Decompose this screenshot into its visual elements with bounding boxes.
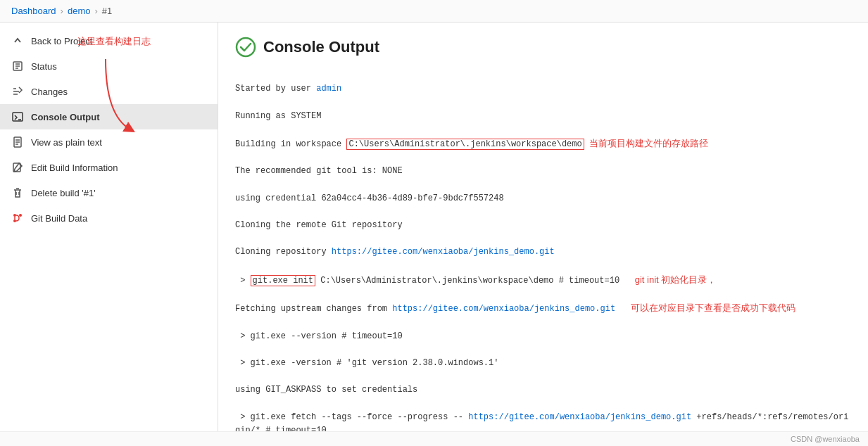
console-line-10: > git.exe -version # 'git version 2.38.0… (235, 357, 851, 370)
sidebar-item-changes[interactable]: Changes (0, 79, 218, 104)
console-line-3: Building in workspace C:\Users\Administr… (235, 136, 851, 151)
footer-text: CSDN @wenxiaoba (791, 435, 860, 443)
page-title: Console Output (263, 38, 379, 56)
sidebar-label-view-plain: View as plain text (31, 137, 102, 148)
sidebar: 这里查看构建日志 Back to Project (0, 23, 218, 431)
console-line-9: > git.exe --version # timeout=10 (235, 330, 851, 343)
changes-icon (11, 85, 24, 98)
sidebar-item-back-to-project[interactable]: Back to Project (0, 28, 218, 53)
console-line-4: The recommended git tool is: NONE (235, 165, 851, 178)
console-icon (11, 110, 24, 123)
breadcrumb-dashboard[interactable]: Dashboard (11, 6, 56, 16)
sidebar-item-view-plain-text[interactable]: View as plain text (0, 129, 218, 155)
sidebar-label-git: Git Build Data (31, 213, 87, 224)
annotation-workspace: 当前项目构建文件的存放路径 (589, 138, 708, 148)
breadcrumb-demo[interactable]: demo (68, 6, 91, 16)
console-line-8: > git.exe init C:\Users\Administrator\.j… (235, 273, 851, 288)
git-icon (11, 212, 24, 224)
gitee-link-2[interactable]: https://gitee.com/wenxiaoba/jenkins_demo… (392, 304, 615, 314)
status-icon (11, 60, 24, 72)
annotation-git-init: git init 初始化目录， (635, 274, 717, 285)
svg-point-15 (13, 219, 16, 222)
console-line-11: using GIT_ASKPASS to set credentials (235, 383, 851, 397)
footer: CSDN @wenxiaoba (0, 431, 868, 446)
console-line-8b: Fetching upstream changes from https://g… (235, 301, 851, 316)
sidebar-item-delete-build[interactable]: Delete build '#1' (0, 180, 218, 205)
edit-icon (11, 161, 24, 174)
gitee-link-1[interactable]: https://gitee.com/wenxiaoba/jenkins_demo… (332, 247, 555, 257)
admin-link[interactable]: admin (316, 84, 341, 94)
console-line-2: Running as SYSTEM (235, 110, 851, 123)
sidebar-label-console: Console Output (31, 112, 100, 122)
console-line-5: using credential 62a04cc4-4b36-4d89-bfe7… (235, 192, 851, 205)
arrow-up-icon (11, 34, 24, 47)
git-init-box: git.exe init (251, 275, 315, 286)
annotation-git-init2: 可以在对应目录下查看是否成功下载代码 (631, 302, 795, 313)
sidebar-label-status: Status (31, 61, 57, 72)
svg-point-17 (237, 38, 255, 56)
sidebar-item-edit-build-info[interactable]: Edit Build Information (0, 155, 218, 180)
page-title-container: Console Output (235, 37, 851, 58)
success-check-icon (235, 37, 256, 58)
svg-point-13 (19, 214, 22, 217)
gitee-link-3[interactable]: https://gitee.com/wenxiaoba/jenkins_demo… (468, 412, 691, 422)
trash-icon (11, 186, 24, 199)
svg-point-14 (13, 214, 16, 217)
workspace-path: C:\Users\Administrator\.jenkins\workspac… (346, 139, 584, 150)
content-area: Console Output Started by user admin Run… (218, 23, 868, 431)
console-line-6: Cloning the remote Git repository (235, 219, 851, 232)
sidebar-label-edit-build: Edit Build Information (31, 163, 118, 173)
sidebar-label-back: Back to Project (31, 36, 92, 46)
console-line-7: Cloning repository https://gitee.com/wen… (235, 246, 851, 259)
console-line-12: > git.exe fetch --tags --force --progres… (235, 411, 851, 431)
sidebar-item-git-build-data[interactable]: Git Build Data (0, 205, 218, 231)
sidebar-item-console-output[interactable]: Console Output (0, 104, 218, 129)
breadcrumb-build: #1 (102, 6, 112, 16)
breadcrumb: Dashboard › demo › #1 (0, 0, 868, 23)
sidebar-item-status[interactable]: Status (0, 53, 218, 79)
console-output-content: Started by user admin Running as SYSTEM … (235, 69, 851, 431)
document-icon (11, 136, 24, 148)
sidebar-label-delete: Delete build '#1' (31, 188, 96, 198)
console-line-1: Started by user admin (235, 82, 851, 96)
sidebar-label-changes: Changes (31, 87, 68, 97)
